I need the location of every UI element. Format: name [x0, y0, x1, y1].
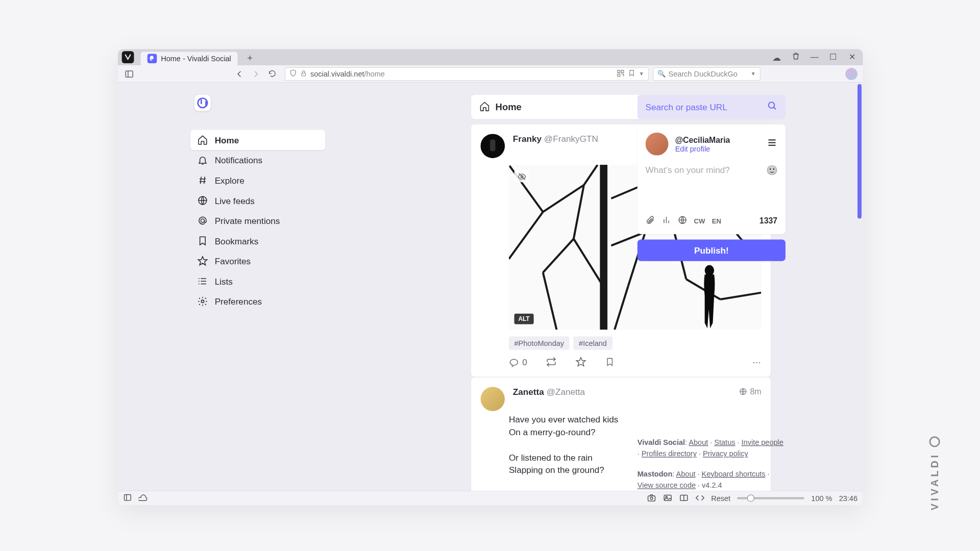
svg-rect-4: [621, 70, 624, 72]
nav-favorites[interactable]: Favorites: [190, 251, 325, 271]
post-author[interactable]: Zanetta @Zanetta: [513, 387, 585, 411]
nav-preferences[interactable]: Preferences: [190, 291, 325, 312]
emoji-picker-icon[interactable]: 🙂: [766, 165, 777, 176]
search-engine-icon: 🔍: [657, 70, 666, 78]
browser-tab[interactable]: Home - Vivaldi Social: [141, 52, 238, 65]
home-icon: [197, 135, 208, 145]
shield-icon: [289, 69, 297, 78]
footer-status[interactable]: Status: [714, 438, 735, 446]
footer-mastodon-about[interactable]: About: [676, 469, 696, 478]
favorite-button[interactable]: [576, 357, 586, 367]
tag[interactable]: #PhotoMonday: [509, 336, 570, 349]
nav-bookmarks[interactable]: Bookmarks: [190, 231, 325, 251]
footer-shortcuts[interactable]: Keyboard shortcuts: [702, 469, 766, 478]
window-close[interactable]: ✕: [847, 53, 857, 62]
compose-textarea[interactable]: What's on your mind? 🙂: [646, 165, 777, 202]
nav-live-feeds[interactable]: Live feeds: [190, 190, 325, 211]
panel-icon[interactable]: [123, 493, 132, 504]
char-count: 1337: [760, 216, 777, 225]
vivaldi-menu-button[interactable]: [122, 51, 134, 63]
star-icon: [197, 256, 208, 266]
search-placeholder: Search DuckDuckGo: [668, 69, 737, 78]
search-box[interactable]: Search or paste URL: [638, 95, 786, 119]
qr-icon[interactable]: [617, 69, 625, 78]
sidebar-nav: HomeNotificationsExploreLive feedsPrivat…: [190, 95, 325, 312]
post-author[interactable]: Franky @FrankyGTN: [513, 134, 598, 158]
profile-avatar-button[interactable]: [845, 68, 857, 80]
zoom-reset[interactable]: Reset: [711, 494, 730, 503]
window-maximize[interactable]: ☐: [828, 53, 839, 62]
at-icon: [197, 215, 208, 226]
nav-private-mentions[interactable]: Private mentions: [190, 211, 325, 231]
bell-icon: [197, 155, 208, 165]
url-text: social.vivaldi.net/home: [310, 69, 385, 78]
page-content: HomeNotificationsExploreLive feedsPrivat…: [118, 83, 863, 490]
footer-source[interactable]: View source code: [638, 481, 696, 489]
visibility-icon[interactable]: [678, 215, 687, 226]
code-icon[interactable]: [695, 493, 704, 504]
new-tab-button[interactable]: +: [243, 51, 256, 64]
footer-invite[interactable]: Invite people: [742, 438, 783, 446]
poll-icon[interactable]: [662, 215, 671, 226]
window-minimize[interactable]: —: [809, 53, 820, 62]
zoom-level: 100 %: [811, 494, 832, 503]
nav-back-button[interactable]: [234, 68, 246, 80]
alt-badge[interactable]: ALT: [514, 314, 533, 324]
globe-icon: [197, 195, 208, 206]
trash-icon[interactable]: [790, 52, 801, 63]
svg-line-53: [774, 107, 776, 109]
bookmark-url-icon[interactable]: [628, 69, 635, 78]
feed-title: Home: [496, 102, 522, 112]
home-icon: [479, 101, 490, 113]
zoom-slider[interactable]: [737, 497, 804, 499]
reply-button[interactable]: 0: [509, 357, 527, 367]
svg-rect-5: [618, 73, 620, 76]
page-scrollbar[interactable]: [857, 84, 862, 219]
search-placeholder-text: Search or paste URL: [646, 102, 727, 112]
lock-icon: [300, 69, 307, 78]
nav-notifications[interactable]: Notifications: [190, 150, 325, 170]
image-icon[interactable]: [663, 493, 672, 504]
language-button[interactable]: EN: [712, 217, 721, 224]
app-logo[interactable]: [194, 95, 211, 111]
nav-explore[interactable]: Explore: [190, 170, 325, 191]
dropdown-icon[interactable]: ▼: [639, 70, 644, 77]
compose-avatar[interactable]: [646, 133, 669, 156]
cloud-icon[interactable]: ☁: [771, 52, 782, 62]
nav-forward-button[interactable]: [250, 68, 262, 80]
post-avatar[interactable]: [481, 134, 505, 158]
tag[interactable]: #Iceland: [574, 336, 612, 349]
nav-lists[interactable]: Lists: [190, 271, 325, 291]
sync-icon[interactable]: [139, 493, 148, 504]
right-column: Search or paste URL @CeciliaMaria Edit p…: [638, 95, 786, 490]
tab-strip: Home - Vivaldi Social + ☁ — ☐ ✕: [118, 49, 863, 65]
svg-point-64: [650, 497, 653, 499]
cw-button[interactable]: CW: [694, 217, 705, 224]
nav-home[interactable]: Home: [190, 130, 325, 151]
publish-button[interactable]: Publish!: [638, 239, 786, 261]
boost-button[interactable]: [546, 357, 557, 367]
svg-rect-3: [618, 70, 620, 72]
capture-icon[interactable]: [647, 493, 656, 504]
footer-profiles[interactable]: Profiles directory: [642, 449, 697, 458]
bookmark-button[interactable]: [605, 357, 615, 366]
compose-menu-icon[interactable]: [767, 137, 777, 151]
footer-privacy[interactable]: Privacy policy: [703, 449, 748, 458]
reload-button[interactable]: [266, 68, 278, 80]
address-bar: social.vivaldi.net/home ▼ 🔍 Search DuckD…: [118, 65, 863, 83]
mastodon-favicon: [148, 54, 157, 63]
tiling-icon[interactable]: [679, 493, 688, 504]
edit-profile-link[interactable]: Edit profile: [675, 145, 730, 153]
post-avatar[interactable]: [481, 387, 505, 411]
compose-panel: @CeciliaMaria Edit profile What's on you…: [638, 124, 786, 234]
footer-about[interactable]: About: [689, 438, 708, 446]
svg-rect-35: [601, 165, 606, 330]
attach-icon[interactable]: [646, 215, 655, 226]
url-field[interactable]: social.vivaldi.net/home ▼: [285, 67, 649, 80]
search-engine-field[interactable]: 🔍 Search DuckDuckGo ▼: [653, 67, 761, 80]
compose-username[interactable]: @CeciliaMaria: [675, 135, 730, 144]
sensitive-toggle-icon[interactable]: [514, 170, 529, 183]
browser-window: Home - Vivaldi Social + ☁ — ☐ ✕: [118, 49, 863, 505]
panel-toggle-icon[interactable]: [123, 68, 135, 80]
svg-point-52: [769, 102, 775, 108]
